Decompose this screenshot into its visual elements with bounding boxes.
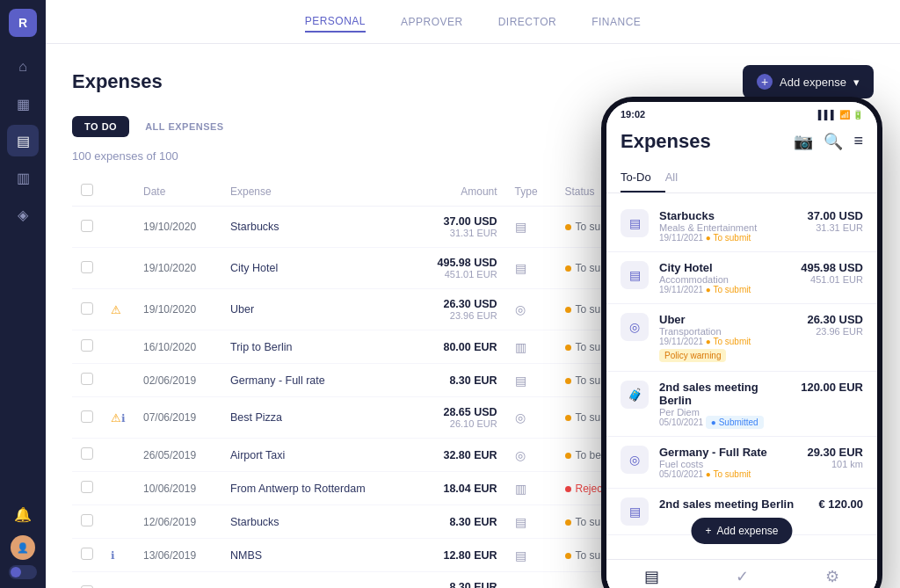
mobile-item-date: 19/11/2021 ● To submit (659, 337, 796, 346)
row-date: 16/10/2020 (134, 330, 221, 364)
mobile-list-item[interactable]: ◎ Uber Transportation 19/11/2021 ● To su… (606, 304, 877, 372)
status-indicator (565, 415, 571, 421)
row-expense-name: Uber (221, 289, 410, 330)
row-type: ▤ (506, 207, 556, 248)
mobile-nav-settings[interactable]: ⚙ Settings (787, 567, 877, 588)
row-type: ▤ (506, 248, 556, 289)
tab-all-expenses[interactable]: ALL EXPENSES (133, 116, 236, 137)
row-checkbox[interactable] (81, 447, 93, 460)
mobile-item-amount: 37.00 USD 31.31 EUR (807, 209, 863, 233)
sidebar-item-notifications[interactable]: 🔔 (7, 498, 39, 530)
row-date: 02/06/2019 (134, 364, 221, 397)
app-logo[interactable]: R (9, 9, 37, 37)
mobile-add-expense-button[interactable]: + Add expense (691, 518, 792, 544)
row-type: ▤ (506, 364, 556, 397)
row-expense-name: From Antwerp to Rotterdam (221, 472, 410, 505)
row-amount: 18.04 EUR (410, 472, 506, 505)
policy-badge: Policy warning (659, 349, 726, 362)
row-amount: 8.30 EUR (410, 364, 506, 397)
camera-icon[interactable]: 📷 (794, 132, 813, 151)
row-expense-name: Airport Taxi (221, 439, 410, 472)
tab-approver[interactable]: APPROVER (401, 12, 463, 32)
mobile-item-info: 2nd sales meeting Berlin (659, 497, 808, 511)
row-checkbox[interactable] (81, 339, 93, 352)
row-checkbox[interactable] (81, 410, 93, 423)
avatar[interactable]: 👤 (11, 535, 35, 560)
page-header: Expenses + Add expense ▾ (72, 65, 874, 98)
row-amount: 80.00 EUR (410, 330, 506, 364)
main-area: PERSONAL APPROVER DIRECTOR FINANCE Expen… (46, 0, 900, 588)
warning-icon: ⚠ (111, 303, 121, 316)
mobile-nav-approvals[interactable]: ✓ Approvals (697, 567, 788, 588)
plus-icon: + (757, 74, 773, 90)
mobile-item-amount: 26.30 USD 23.96 EUR (807, 313, 863, 337)
row-checkbox[interactable] (81, 548, 93, 560)
row-amount: 495.98 USD 451.01 EUR (410, 248, 506, 289)
theme-toggle[interactable] (9, 565, 37, 579)
status-indicator (565, 486, 571, 492)
row-checkbox[interactable] (81, 220, 93, 232)
mobile-list-item[interactable]: ◎ Germany - Full Rate Fuel costs 05/10/2… (606, 437, 877, 489)
sidebar-item-dashboard[interactable]: ▦ (7, 88, 39, 120)
mobile-item-date: 19/11/2021 ● To submit (659, 233, 796, 243)
mobile-time: 19:02 (621, 109, 645, 120)
mobile-list-item[interactable]: 🧳 2nd sales meeting Berlin Per Diem 05/1… (606, 372, 877, 437)
sidebar-item-reports[interactable]: ▥ (7, 162, 39, 193)
mobile-item-name: Starbucks (659, 209, 796, 222)
mobile-plus-icon: + (705, 525, 711, 537)
mobile-header-icons: 📷 🔍 ≡ (794, 132, 863, 151)
status-indicator (565, 378, 571, 384)
mobile-item-info: 2nd sales meeting Berlin Per Diem 05/10/… (659, 381, 790, 427)
row-checkbox[interactable] (81, 373, 93, 385)
mobile-page-title: Expenses (621, 130, 711, 153)
sidebar-item-home[interactable]: ⌂ (7, 51, 39, 83)
mobile-item-date: 05/10/2021 ● To submit (659, 469, 796, 479)
add-expense-button[interactable]: + Add expense ▾ (743, 65, 874, 98)
mobile-tab-all[interactable]: All (665, 163, 692, 192)
search-icon[interactable]: 🔍 (824, 132, 843, 151)
mobile-list-item[interactable]: ▤ Starbucks Meals & Entertainment 19/11/… (606, 200, 877, 252)
submitted-badge: ● Submitted (706, 416, 764, 429)
sidebar-item-expenses[interactable]: ▤ (7, 125, 39, 156)
row-amount: 26.30 USD 23.96 EUR (410, 289, 506, 330)
row-expense-name: Best Pizza (221, 397, 410, 439)
row-type: ▥ (506, 330, 556, 364)
signal-icon: ▌▌▌ (818, 110, 837, 120)
mobile-tab-todo[interactable]: To-Do (621, 163, 665, 192)
mobile-list-item[interactable]: ▤ City Hotel Accommodation 19/11/2021 ● … (606, 252, 877, 304)
mobile-tabs: To-Do All (606, 163, 877, 193)
row-checkbox[interactable] (81, 514, 93, 526)
tab-finance[interactable]: FINANCE (592, 12, 641, 32)
row-expense-name: City Hotel (221, 248, 410, 289)
select-all-checkbox[interactable] (81, 184, 93, 196)
row-checkbox[interactable] (81, 261, 93, 273)
mobile-item-info: Uber Transportation 19/11/2021 ● To subm… (659, 313, 796, 362)
row-date: 26/05/2019 (134, 439, 221, 472)
warning-icon: ⚠ (111, 411, 121, 425)
menu-icon[interactable]: ≡ (853, 132, 863, 151)
tab-todo[interactable]: TO DO (72, 116, 129, 137)
tab-personal[interactable]: PERSONAL (305, 11, 366, 33)
row-expense-name: NMBS (221, 539, 410, 572)
col-expense: Expense (221, 177, 410, 207)
row-checkbox[interactable] (81, 481, 93, 493)
sidebar-item-analytics[interactable]: ◈ (7, 199, 39, 230)
status-indicator (565, 553, 571, 559)
row-checkbox[interactable] (81, 302, 93, 315)
mobile-item-amount: 29.30 EUR 101 km (807, 446, 863, 469)
tab-director[interactable]: DIRECTOR (498, 12, 556, 32)
mobile-item-date: 19/11/2021 ● To submit (659, 285, 790, 294)
sidebar: R ⌂ ▦ ▤ ▥ ◈ 🔔 👤 (0, 0, 46, 588)
mobile-status-icons: ▌▌▌ 📶 🔋 (818, 110, 863, 120)
mobile-item-info: Germany - Full Rate Fuel costs 05/10/202… (659, 446, 796, 479)
mobile-screen: 19:02 ▌▌▌ 📶 🔋 Expenses 📷 🔍 ≡ (606, 102, 877, 588)
row-type: ◎ (506, 289, 556, 330)
col-date: Date (134, 177, 221, 207)
mobile-nav-expenses[interactable]: ▤ Expenses (606, 567, 697, 588)
row-type: ◎ (506, 572, 556, 589)
mobile-preview: 19:02 ▌▌▌ 📶 🔋 Expenses 📷 🔍 ≡ (601, 97, 882, 588)
row-expense-name: Germany - Full rate (221, 364, 410, 397)
row-checkbox[interactable] (81, 585, 93, 589)
row-expense-name: Trip to Berlin (221, 330, 410, 364)
mobile-item-name: Uber (659, 313, 796, 326)
